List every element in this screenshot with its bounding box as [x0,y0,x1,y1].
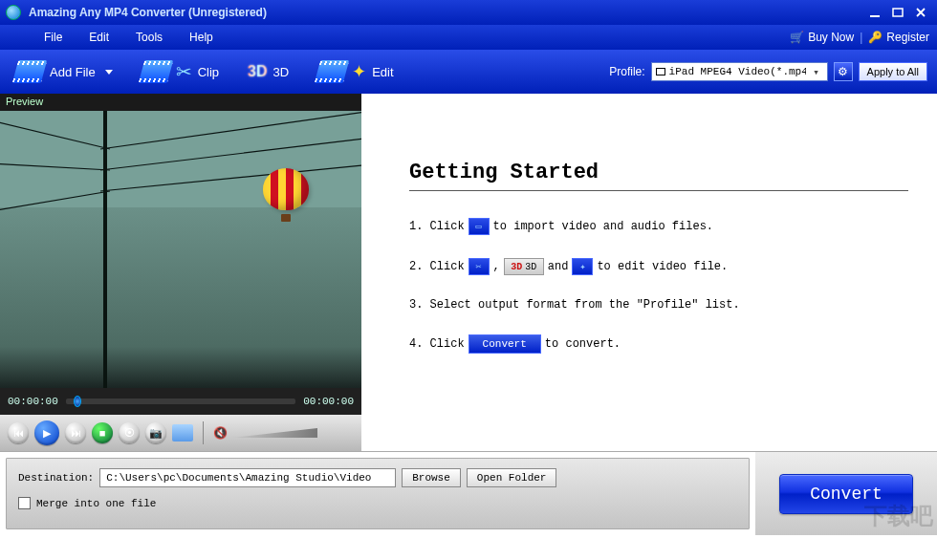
clip-mini-icon: ✂ [468,258,490,275]
time-total: 00:00:00 [303,396,354,407]
svg-line-6 [100,138,361,170]
destination-area: Destination: C:\Users\pc\Documents\Amazi… [6,458,750,529]
edit-label: Edit [372,65,393,79]
svg-line-7 [100,164,361,191]
merge-checkbox[interactable] [18,497,31,509]
pole-shape [103,111,107,388]
add-file-mini-icon: ▭ [468,218,490,235]
preview-image [0,111,361,388]
maximize-button[interactable] [887,5,908,20]
chevron-down-icon: ▾ [810,66,823,78]
snapshot-button[interactable]: 📷 [145,422,166,443]
step-button[interactable]: ⦿ [119,422,140,443]
step-1: 1. Click ▭ to import video and audio fil… [409,218,908,235]
step-text: 2. Click [409,260,465,273]
3d-mini-icon: 3D3D [504,258,544,275]
3d-label: 3D [273,65,290,79]
app-logo-icon [6,5,21,20]
chevron-down-icon [105,70,113,75]
next-button[interactable]: ⏭ [65,422,86,443]
step-3: 3. Select output format from the "Profil… [409,298,908,312]
playback-controls: ⏮ ▶ ⏭ ■ ⦿ 📷 🔇 [0,415,361,451]
3d-mini-label: 3D [525,262,536,272]
separator: | [860,31,862,44]
stop-button[interactable]: ■ [92,422,113,443]
profile-select[interactable]: iPad MPEG4 Video(*.mp4) ▾ [651,62,828,81]
gear-icon: ⚙ [838,65,848,78]
scissor-icon: ✂ [176,60,192,83]
film-clip-icon [138,60,172,83]
getting-started-pane: Getting Started 1. Click ▭ to import vid… [361,94,937,451]
convert-mini-button: Convert [468,334,541,354]
wand-icon: ✦ [352,61,366,82]
edit-button[interactable]: ✦ Edit [312,56,399,87]
toolbar: Add File ✂ Clip 3D 3D ✦ Edit Profile: iP… [0,50,937,94]
destination-value: C:\Users\pc\Documents\Amazing Studio\Vid… [106,472,371,484]
edit-mini-icon: ✦ [572,258,593,275]
seek-slider[interactable] [66,398,295,404]
destination-input[interactable]: C:\Users\pc\Documents\Amazing Studio\Vid… [99,468,396,487]
format-icon [656,68,665,75]
step-text: to edit video file. [597,260,728,273]
volume-slider[interactable] [231,428,317,438]
step-text: to convert. [545,337,621,351]
merge-label: Merge into one file [36,498,156,509]
step-text: 1. Click [409,220,465,233]
key-icon: 🔑 [868,31,883,44]
cart-icon: 🛒 [790,31,804,44]
preview-header: Preview [0,94,361,111]
menu-file[interactable]: File [38,27,68,48]
getting-started-heading: Getting Started [409,161,908,191]
convert-label: Convert [810,485,883,504]
browse-button[interactable]: Browse [402,468,461,487]
buy-now-button[interactable]: 🛒 Buy Now [790,31,854,44]
preview-pane: Preview 00:00:00 00:00:00 ⏮ ▶ ⏭ ■ [0,94,361,451]
3d-button[interactable]: 3D 3D [242,59,294,84]
open-snapshot-folder-button[interactable] [172,424,193,442]
add-file-label: Add File [50,65,96,79]
step-text: , [493,260,500,273]
svg-line-3 [0,163,110,170]
film-edit-icon [315,60,349,83]
menu-help[interactable]: Help [184,27,219,48]
minimize-button[interactable] [864,5,885,20]
step-text: 4. Click [409,337,465,351]
menu-tools[interactable]: Tools [130,27,168,48]
seek-thumb[interactable] [74,396,81,407]
step-2: 2. Click ✂ , 3D3D and ✦ to edit video fi… [409,258,908,275]
convert-button[interactable]: Convert [779,474,913,514]
separator [203,421,204,444]
menu-edit[interactable]: Edit [83,27,115,48]
apply-to-all-label: Apply to All [867,66,919,77]
settings-button[interactable]: ⚙ [834,62,853,81]
time-current: 00:00:00 [8,396,58,407]
step-4: 4. Click Convert to convert. [409,334,908,354]
svg-rect-1 [893,9,903,16]
film-icon [12,60,47,83]
bottombar: Destination: C:\Users\pc\Documents\Amazi… [0,451,937,535]
add-file-button[interactable]: Add File [10,56,119,87]
balloon-image [263,168,309,224]
convert-area: Convert [755,452,937,535]
play-button[interactable]: ▶ [34,420,59,445]
svg-rect-0 [870,15,880,17]
open-folder-button[interactable]: Open Folder [467,468,557,487]
clip-button[interactable]: ✂ Clip [136,56,225,87]
profile-value: iPad MPEG4 Video(*.mp4) [669,66,806,77]
apply-to-all-button[interactable]: Apply to All [859,62,927,81]
step-text: to import video and audio files. [493,220,713,233]
svg-line-4 [0,191,110,211]
mute-icon[interactable]: 🔇 [213,426,228,440]
destination-label: Destination: [18,472,94,484]
open-folder-label: Open Folder [477,472,547,484]
close-button[interactable] [910,5,931,20]
register-label: Register [886,31,929,44]
step-text: 3. Select output format from the "Profil… [409,298,740,312]
titlebar: Amazing Any MP4 Converter (Unregistered) [0,0,937,25]
prev-button[interactable]: ⏮ [8,422,29,443]
register-button[interactable]: 🔑 Register [868,31,929,44]
svg-line-2 [0,120,110,149]
step-text: and [548,260,569,273]
profile-label: Profile: [609,65,644,78]
buy-now-label: Buy Now [808,31,854,44]
